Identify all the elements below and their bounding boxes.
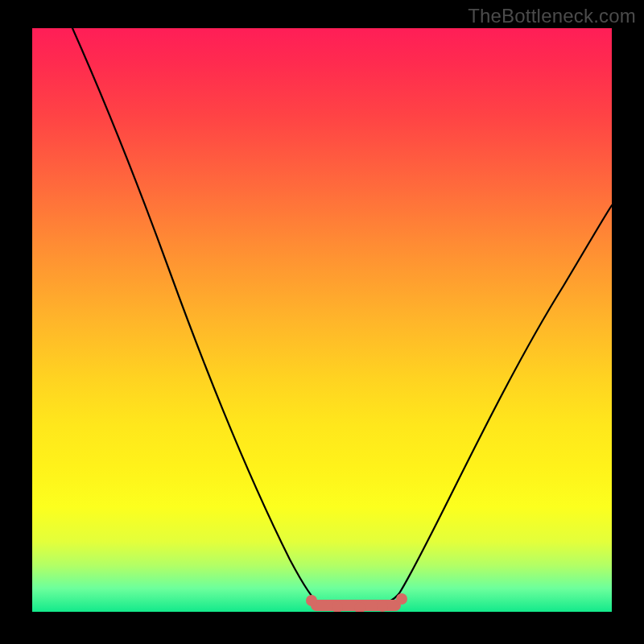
trough-dot-left [306,595,317,606]
bottleneck-curve [72,28,612,606]
plot-area [32,28,612,612]
trough-dot-mid1 [332,601,343,612]
chart-frame: TheBottleneck.com [0,0,644,644]
curve-svg [32,28,612,612]
trough-dot-mid2 [354,602,365,612]
trough-dot-mid3 [377,601,388,612]
watermark-text: TheBottleneck.com [468,5,636,27]
trough-dot-right [396,593,407,605]
